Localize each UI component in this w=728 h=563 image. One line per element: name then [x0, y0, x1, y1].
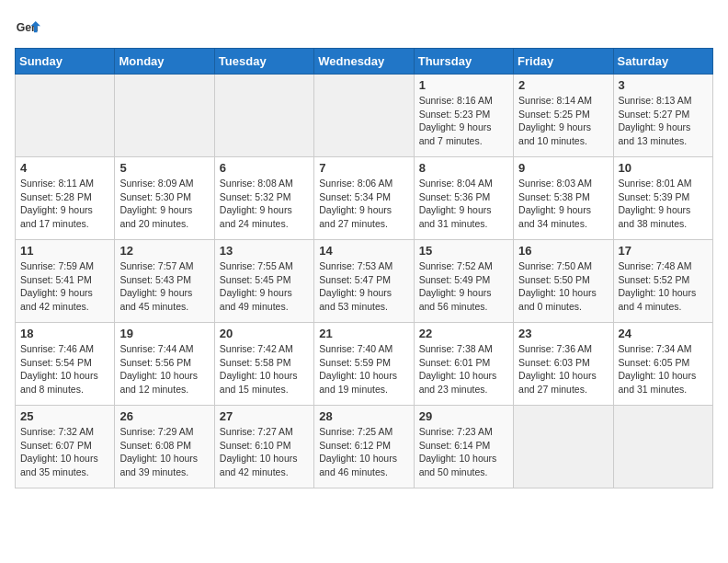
- day-info: Sunrise: 7:46 AM Sunset: 5:54 PM Dayligh…: [20, 342, 109, 396]
- calendar-week-row: 11Sunrise: 7:59 AM Sunset: 5:41 PM Dayli…: [16, 240, 713, 323]
- day-info: Sunrise: 8:09 AM Sunset: 5:30 PM Dayligh…: [119, 177, 209, 231]
- day-info: Sunrise: 7:44 AM Sunset: 5:56 PM Dayligh…: [119, 342, 209, 396]
- day-number: 1: [419, 78, 508, 92]
- day-info: Sunrise: 7:55 AM Sunset: 5:45 PM Dayligh…: [220, 259, 309, 314]
- day-info: Sunrise: 8:06 AM Sunset: 5:34 PM Dayligh…: [319, 177, 408, 231]
- day-info: Sunrise: 7:42 AM Sunset: 5:58 PM Dayligh…: [220, 342, 309, 396]
- day-number: 18: [20, 327, 109, 340]
- day-number: 21: [319, 327, 408, 340]
- calendar-cell: [16, 75, 115, 157]
- day-number: 24: [619, 327, 708, 340]
- calendar-week-row: 4Sunrise: 8:11 AM Sunset: 5:28 PM Daylig…: [16, 157, 713, 240]
- weekday-header-friday: Friday: [514, 49, 613, 75]
- calendar-cell: 22Sunrise: 7:38 AM Sunset: 6:01 PM Dayli…: [414, 323, 513, 406]
- day-number: 23: [518, 327, 608, 340]
- calendar-cell: 2Sunrise: 8:14 AM Sunset: 5:25 PM Daylig…: [514, 75, 613, 157]
- day-number: 2: [518, 78, 608, 92]
- day-info: Sunrise: 7:57 AM Sunset: 5:43 PM Dayligh…: [119, 259, 209, 314]
- calendar-cell: 25Sunrise: 7:32 AM Sunset: 6:07 PM Dayli…: [16, 406, 115, 488]
- day-info: Sunrise: 7:27 AM Sunset: 6:10 PM Dayligh…: [220, 425, 309, 479]
- calendar-cell: 14Sunrise: 7:53 AM Sunset: 5:47 PM Dayli…: [314, 240, 414, 323]
- day-number: 28: [319, 409, 408, 423]
- day-info: Sunrise: 7:23 AM Sunset: 6:14 PM Dayligh…: [419, 425, 508, 479]
- day-number: 3: [619, 78, 708, 92]
- day-info: Sunrise: 8:04 AM Sunset: 5:36 PM Dayligh…: [419, 177, 508, 231]
- calendar-cell: 23Sunrise: 7:36 AM Sunset: 6:03 PM Dayli…: [514, 323, 613, 406]
- day-info: Sunrise: 7:50 AM Sunset: 5:50 PM Dayligh…: [518, 259, 608, 314]
- weekday-header-monday: Monday: [115, 49, 214, 75]
- weekday-header-thursday: Thursday: [414, 49, 513, 75]
- day-info: Sunrise: 8:11 AM Sunset: 5:28 PM Dayligh…: [20, 177, 109, 231]
- day-number: 14: [319, 244, 408, 258]
- calendar-cell: 11Sunrise: 7:59 AM Sunset: 5:41 PM Dayli…: [16, 240, 115, 323]
- day-info: Sunrise: 8:01 AM Sunset: 5:39 PM Dayligh…: [619, 177, 708, 231]
- day-info: Sunrise: 7:32 AM Sunset: 6:07 PM Dayligh…: [20, 425, 109, 479]
- calendar-cell: [115, 75, 214, 157]
- day-number: 22: [419, 327, 508, 340]
- calendar-table: SundayMondayTuesdayWednesdayThursdayFrid…: [15, 48, 713, 488]
- day-info: Sunrise: 8:16 AM Sunset: 5:23 PM Dayligh…: [419, 94, 508, 148]
- day-number: 10: [619, 161, 708, 175]
- calendar-cell: 9Sunrise: 8:03 AM Sunset: 5:38 PM Daylig…: [514, 157, 613, 240]
- day-number: 7: [319, 161, 408, 175]
- weekday-header-saturday: Saturday: [613, 49, 712, 75]
- weekday-header-sunday: Sunday: [16, 49, 115, 75]
- calendar-cell: 21Sunrise: 7:40 AM Sunset: 5:59 PM Dayli…: [314, 323, 414, 406]
- calendar-cell: 6Sunrise: 8:08 AM Sunset: 5:32 PM Daylig…: [214, 157, 313, 240]
- logo-icon: Gen: [15, 15, 40, 40]
- calendar-body: 1Sunrise: 8:16 AM Sunset: 5:23 PM Daylig…: [16, 75, 713, 488]
- day-info: Sunrise: 8:08 AM Sunset: 5:32 PM Dayligh…: [220, 177, 309, 231]
- calendar-cell: 19Sunrise: 7:44 AM Sunset: 5:56 PM Dayli…: [115, 323, 214, 406]
- day-info: Sunrise: 7:29 AM Sunset: 6:08 PM Dayligh…: [119, 425, 209, 479]
- calendar-cell: 17Sunrise: 7:48 AM Sunset: 5:52 PM Dayli…: [613, 240, 712, 323]
- day-number: 9: [518, 161, 608, 175]
- day-number: 16: [518, 244, 608, 258]
- calendar-cell: 16Sunrise: 7:50 AM Sunset: 5:50 PM Dayli…: [514, 240, 613, 323]
- calendar-cell: 20Sunrise: 7:42 AM Sunset: 5:58 PM Dayli…: [214, 323, 313, 406]
- day-number: 15: [419, 244, 508, 258]
- calendar-cell: 18Sunrise: 7:46 AM Sunset: 5:54 PM Dayli…: [16, 323, 115, 406]
- page-header: Gen: [15, 15, 713, 40]
- weekday-header-wednesday: Wednesday: [314, 49, 414, 75]
- day-info: Sunrise: 7:48 AM Sunset: 5:52 PM Dayligh…: [619, 259, 708, 314]
- calendar-week-row: 25Sunrise: 7:32 AM Sunset: 6:07 PM Dayli…: [16, 406, 713, 488]
- day-info: Sunrise: 7:53 AM Sunset: 5:47 PM Dayligh…: [319, 259, 408, 314]
- day-number: 11: [20, 244, 109, 258]
- day-info: Sunrise: 7:59 AM Sunset: 5:41 PM Dayligh…: [20, 259, 109, 314]
- day-number: 17: [619, 244, 708, 258]
- day-info: Sunrise: 7:36 AM Sunset: 6:03 PM Dayligh…: [518, 342, 608, 396]
- calendar-header: SundayMondayTuesdayWednesdayThursdayFrid…: [16, 49, 713, 75]
- day-info: Sunrise: 8:03 AM Sunset: 5:38 PM Dayligh…: [518, 177, 608, 231]
- day-number: 20: [220, 327, 309, 340]
- day-number: 27: [220, 409, 309, 423]
- calendar-week-row: 1Sunrise: 8:16 AM Sunset: 5:23 PM Daylig…: [16, 75, 713, 157]
- calendar-cell: 26Sunrise: 7:29 AM Sunset: 6:08 PM Dayli…: [115, 406, 214, 488]
- day-info: Sunrise: 8:14 AM Sunset: 5:25 PM Dayligh…: [518, 94, 608, 148]
- calendar-cell: 7Sunrise: 8:06 AM Sunset: 5:34 PM Daylig…: [314, 157, 414, 240]
- day-info: Sunrise: 7:40 AM Sunset: 5:59 PM Dayligh…: [319, 342, 408, 396]
- calendar-cell: 3Sunrise: 8:13 AM Sunset: 5:27 PM Daylig…: [613, 75, 712, 157]
- calendar-cell: 4Sunrise: 8:11 AM Sunset: 5:28 PM Daylig…: [16, 157, 115, 240]
- calendar-cell: 28Sunrise: 7:25 AM Sunset: 6:12 PM Dayli…: [314, 406, 414, 488]
- day-number: 8: [419, 161, 508, 175]
- day-number: 5: [119, 161, 209, 175]
- calendar-cell: 24Sunrise: 7:34 AM Sunset: 6:05 PM Dayli…: [613, 323, 712, 406]
- weekday-header-tuesday: Tuesday: [214, 49, 313, 75]
- day-number: 6: [220, 161, 309, 175]
- calendar-cell: 29Sunrise: 7:23 AM Sunset: 6:14 PM Dayli…: [414, 406, 513, 488]
- day-info: Sunrise: 8:13 AM Sunset: 5:27 PM Dayligh…: [619, 94, 708, 148]
- day-number: 25: [20, 409, 109, 423]
- calendar-cell: 8Sunrise: 8:04 AM Sunset: 5:36 PM Daylig…: [414, 157, 513, 240]
- calendar-cell: 13Sunrise: 7:55 AM Sunset: 5:45 PM Dayli…: [214, 240, 313, 323]
- calendar-cell: 10Sunrise: 8:01 AM Sunset: 5:39 PM Dayli…: [613, 157, 712, 240]
- day-info: Sunrise: 7:52 AM Sunset: 5:49 PM Dayligh…: [419, 259, 508, 314]
- day-number: 29: [419, 409, 508, 423]
- day-number: 26: [119, 409, 209, 423]
- logo: Gen: [15, 15, 44, 40]
- day-info: Sunrise: 7:25 AM Sunset: 6:12 PM Dayligh…: [319, 425, 408, 479]
- day-info: Sunrise: 7:38 AM Sunset: 6:01 PM Dayligh…: [419, 342, 508, 396]
- calendar-cell: [214, 75, 313, 157]
- day-number: 19: [119, 327, 209, 340]
- calendar-cell: 15Sunrise: 7:52 AM Sunset: 5:49 PM Dayli…: [414, 240, 513, 323]
- calendar-cell: 1Sunrise: 8:16 AM Sunset: 5:23 PM Daylig…: [414, 75, 513, 157]
